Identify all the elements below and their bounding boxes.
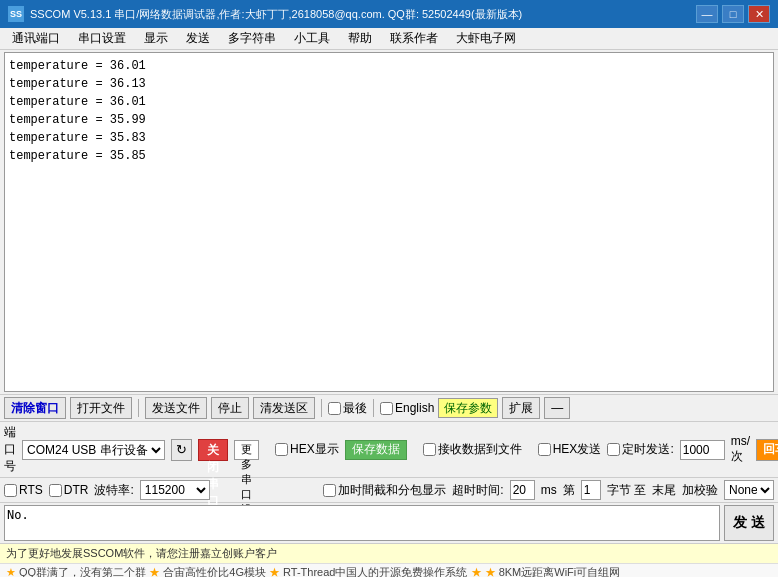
menu-tools[interactable]: 小工具 bbox=[286, 29, 338, 49]
menu-website[interactable]: 大虾电子网 bbox=[448, 29, 524, 49]
english-checkbox[interactable] bbox=[380, 402, 393, 415]
send-button[interactable]: 发 送 bbox=[724, 505, 774, 541]
check-label: 加校验 bbox=[682, 482, 718, 499]
timed-send-value[interactable] bbox=[680, 440, 725, 460]
expand-arrow-button[interactable]: — bbox=[544, 397, 570, 419]
send-area: No. 发 送 bbox=[0, 502, 778, 543]
timestamp-label: 加时間截和分包显示 bbox=[323, 482, 446, 499]
ticker-bar: ★ QQ群满了，没有第二个群 ★ 合宙高性价比4G模块 ★ RT-Thread中… bbox=[0, 563, 778, 577]
baud-label: 波特率: bbox=[94, 482, 133, 499]
byte-label: 字节 至 bbox=[607, 482, 646, 499]
menu-bar: 通讯端口 串口设置 显示 发送 多字符串 小工具 帮助 联系作者 大虾电子网 bbox=[0, 28, 778, 50]
menu-serial-settings[interactable]: 串口设置 bbox=[70, 29, 134, 49]
ticker-text-3: RT-Thread中国人的开源免费操作系统 bbox=[283, 566, 470, 577]
rts-checkbox[interactable] bbox=[4, 484, 17, 497]
clear-send-button[interactable]: 清发送区 bbox=[253, 397, 315, 419]
menu-contact[interactable]: 联系作者 bbox=[382, 29, 446, 49]
page-num[interactable] bbox=[581, 480, 601, 500]
timeout-label: 超时时间: bbox=[452, 482, 503, 499]
menu-help[interactable]: 帮助 bbox=[340, 29, 380, 49]
timestamp-checkbox[interactable] bbox=[323, 484, 336, 497]
english-label: English bbox=[380, 401, 434, 415]
terminal-output: temperature = 36.01temperature = 36.13te… bbox=[4, 52, 774, 392]
open-file-button[interactable]: 打开文件 bbox=[70, 397, 132, 419]
rts-dtr-row: RTS DTR 波特率: 115200 加时間截和分包显示 超时时间: ms 第… bbox=[0, 477, 778, 502]
sep3 bbox=[373, 399, 374, 417]
baud-select[interactable]: 115200 bbox=[140, 480, 210, 500]
refresh-port-button[interactable]: ↻ bbox=[171, 439, 192, 461]
ticker-text-2: 合宙高性价比4G模块 bbox=[163, 566, 269, 577]
promo-text: 为了更好地发展SSCOM软件，请您注册嘉立创账户客户 bbox=[6, 547, 277, 559]
page-label: 第 bbox=[563, 482, 575, 499]
hex-send-label: HEX发送 bbox=[538, 441, 602, 458]
toolbar-row-1: 清除窗口 打开文件 发送文件 停止 清发送区 最後 English 保存参数 扩… bbox=[0, 394, 778, 421]
recv-file-checkbox[interactable] bbox=[423, 443, 436, 456]
ticker-star-5: ★ bbox=[485, 566, 496, 577]
app-icon: SS bbox=[8, 6, 24, 22]
expand-button[interactable]: 扩展 bbox=[502, 397, 540, 419]
promo-bar: 为了更好地发展SSCOM软件，请您注册嘉立创账户客户 bbox=[0, 543, 778, 563]
clear-window-button[interactable]: 清除窗口 bbox=[4, 397, 66, 419]
check-select[interactable]: None bbox=[724, 480, 774, 500]
hex-display-label: HEX显示 bbox=[275, 441, 339, 458]
close-button[interactable]: ✕ bbox=[748, 5, 770, 23]
title-bar: SS SSCOM V5.13.1 串口/网络数据调试器,作者:大虾丁丁,2618… bbox=[0, 0, 778, 28]
sep1 bbox=[138, 399, 139, 417]
send-file-button[interactable]: 发送文件 bbox=[145, 397, 207, 419]
timed-unit: ms/次 bbox=[731, 434, 750, 465]
hex-display-checkbox[interactable] bbox=[275, 443, 288, 456]
ticker-star-3: ★ bbox=[269, 566, 280, 577]
more-settings-button[interactable]: 更多串口设置 bbox=[234, 440, 259, 460]
port-row: 端口号 COM24 USB 串行设备 ↻ 关闭串口 更多串口设置 HEX显示 保… bbox=[0, 421, 778, 477]
ticker-text-5: 8KM远距离WiFi可自组网 bbox=[499, 566, 621, 577]
go-back-button[interactable]: 回车执行 bbox=[756, 439, 778, 461]
title-controls: — □ ✕ bbox=[696, 5, 770, 23]
last-checkbox[interactable] bbox=[328, 402, 341, 415]
minimize-button[interactable]: — bbox=[696, 5, 718, 23]
send-input[interactable]: No. bbox=[4, 505, 720, 541]
port-label: 端口号 bbox=[4, 424, 16, 475]
rts-label: RTS bbox=[4, 483, 43, 497]
menu-multistring[interactable]: 多字符串 bbox=[220, 29, 284, 49]
ticker-star-4: ★ bbox=[471, 566, 482, 577]
timeout-value[interactable] bbox=[510, 480, 535, 500]
menu-comm-port[interactable]: 通讯端口 bbox=[4, 29, 68, 49]
ticker-star-2: ★ bbox=[149, 566, 160, 577]
timed-send-checkbox[interactable] bbox=[607, 443, 620, 456]
ticker-text-1: QQ群满了，没有第二个群 bbox=[19, 566, 149, 577]
close-port-button[interactable]: 关闭串口 bbox=[198, 439, 228, 461]
stop-button[interactable]: 停止 bbox=[211, 397, 249, 419]
end-label: 末尾 bbox=[652, 482, 676, 499]
timeout-unit: ms bbox=[541, 483, 557, 497]
dtr-label: DTR bbox=[49, 483, 89, 497]
dtr-checkbox[interactable] bbox=[49, 484, 62, 497]
save-data-button[interactable]: 保存数据 bbox=[345, 440, 407, 460]
recv-file-label: 接收数据到文件 bbox=[423, 441, 522, 458]
hex-send-checkbox[interactable] bbox=[538, 443, 551, 456]
last-label: 最後 bbox=[328, 400, 367, 417]
menu-display[interactable]: 显示 bbox=[136, 29, 176, 49]
title-text: SSCOM V5.13.1 串口/网络数据调试器,作者:大虾丁丁,2618058… bbox=[30, 7, 522, 22]
maximize-button[interactable]: □ bbox=[722, 5, 744, 23]
ticker-star-1: ★ bbox=[6, 566, 16, 577]
save-params-button[interactable]: 保存参数 bbox=[438, 398, 498, 418]
port-select[interactable]: COM24 USB 串行设备 bbox=[22, 440, 165, 460]
timed-send-label: 定时发送: bbox=[607, 441, 673, 458]
menu-send[interactable]: 发送 bbox=[178, 29, 218, 49]
sep2 bbox=[321, 399, 322, 417]
